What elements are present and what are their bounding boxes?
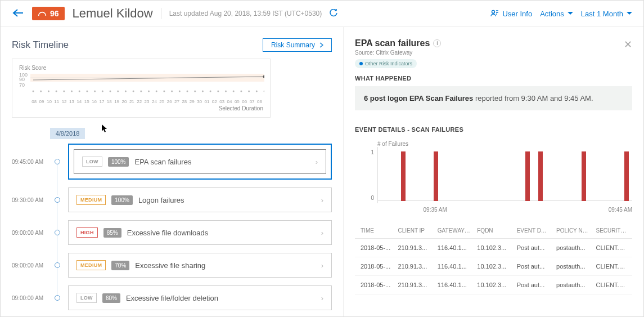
svg-point-32: [256, 91, 258, 92]
svg-point-19: [156, 91, 157, 92]
timeline-panel: Risk Timeline Risk Summary Risk Score 10…: [1, 27, 344, 316]
timeline-time: 09:45:00 AM: [12, 159, 51, 165]
table-cell: 210.91.3...: [394, 257, 434, 276]
actions-dropdown[interactable]: Actions: [540, 10, 573, 18]
table-row[interactable]: 2018-05-...210.91.3...116.40.1...10.102.…: [355, 239, 632, 257]
sparkline-card: Risk Score 100 90 70 0809101112131415161…: [12, 59, 271, 118]
table-header-cell[interactable]: GATEWAY IP: [434, 223, 474, 239]
what-happened-rest: reported from 9:30 AM and 9:45 AM.: [473, 94, 593, 102]
svg-point-3: [33, 91, 34, 92]
timeline-date-chip: 4/8/2018: [50, 128, 85, 139]
timeline-time: 09:00:00 AM: [12, 262, 51, 269]
spark-x-tick: 28: [181, 99, 188, 104]
chart-xtick-1: 09:45 AM: [609, 207, 632, 213]
chevron-right-icon: ›: [321, 229, 323, 237]
spark-x-axis: 0809101112131415161718192021222324252627…: [30, 99, 263, 104]
timeline-card-selected[interactable]: LOW 100% EPA scan failures ›: [68, 144, 332, 180]
table-cell: 10.102.3...: [474, 257, 513, 276]
svg-point-10: [86, 91, 88, 92]
back-icon[interactable]: [12, 8, 24, 19]
risk-tag-chip: Other Risk Indicators: [355, 59, 417, 68]
svg-point-31: [248, 91, 250, 92]
source-value: Citrix Gateway: [376, 50, 412, 56]
table-header-cell[interactable]: CLIENT IP: [394, 223, 434, 239]
range-label: Last 1 Month: [581, 10, 623, 18]
spark-x-tick: 02: [211, 99, 218, 104]
table-cell: 116.40.1...: [434, 239, 474, 257]
spark-x-tick: 30: [196, 99, 203, 104]
spark-x-tick: 11: [53, 99, 60, 104]
svg-point-18: [148, 91, 150, 92]
table-header-cell[interactable]: TIME: [355, 223, 394, 239]
table-cell: 2018-05-...: [355, 257, 394, 276]
svg-point-24: [194, 91, 196, 92]
timeline-dot: [55, 197, 60, 203]
svg-point-26: [210, 91, 211, 92]
timeline-dot: [55, 262, 60, 268]
table-cell: 210.91.3...: [394, 239, 434, 257]
table-cell: CLIENT.O...: [593, 239, 632, 257]
spark-x-tick: 08: [256, 99, 263, 104]
svg-point-17: [140, 91, 142, 92]
timeline-dot: [55, 159, 60, 164]
chart-bar: [624, 151, 629, 201]
table-header-cell[interactable]: POLICY NAME: [553, 223, 592, 239]
spark-x-tick: 21: [128, 99, 136, 104]
spark-x-tick: 18: [106, 99, 113, 104]
svg-point-27: [217, 91, 219, 92]
page-header: 96 Lemuel Kildow Last updated Aug 20, 20…: [1, 1, 643, 27]
risk-summary-button[interactable]: Risk Summary: [263, 38, 332, 52]
timeline-card[interactable]: MEDIUM 70% Excessive file sharing ›: [68, 253, 332, 278]
user-info-button[interactable]: User Info: [490, 9, 532, 18]
spark-footer: Selected Duration: [19, 105, 263, 111]
percent-badge: 70%: [111, 261, 129, 270]
severity-badge: HIGH: [76, 227, 98, 238]
spark-x-tick: 23: [143, 99, 150, 104]
sparkline-chart[interactable]: 100 90 70: [19, 71, 264, 99]
spark-y-2: 70: [19, 82, 25, 88]
chart-ytick-0: 1: [355, 149, 374, 155]
chevron-right-icon: ›: [321, 294, 323, 302]
table-row[interactable]: 2018-05-...210.91.3...116.40.1...10.102.…: [355, 276, 632, 294]
spark-x-tick: 29: [188, 99, 196, 104]
svg-point-7: [63, 91, 65, 92]
svg-point-4: [40, 91, 42, 92]
risk-score-badge: 96: [32, 7, 65, 20]
table-cell: postauth...: [553, 276, 592, 294]
timeline-row: 09:45:00 AM LOW 100% EPA scan failures ›: [12, 144, 332, 180]
table-cell: 116.40.1...: [434, 276, 474, 294]
what-happened-bold: 6 post logon EPA Scan Failures: [364, 94, 473, 102]
table-cell: 2018-05-...: [355, 239, 394, 257]
table-cell: postauth...: [553, 257, 592, 276]
svg-point-25: [202, 91, 204, 92]
user-card-icon: [490, 9, 499, 18]
timeline-card[interactable]: HIGH 85% Excessive file downloads ›: [68, 220, 332, 245]
spark-x-tick: 27: [173, 99, 181, 104]
table-header-cell[interactable]: FQDN: [474, 223, 513, 239]
table-header-cell[interactable]: SECURITY EXPR: [593, 223, 632, 239]
svg-point-11: [94, 91, 96, 92]
table-cell: 10.102.3...: [474, 239, 513, 257]
table-row[interactable]: 2018-05-...210.91.3...116.40.1...10.102.…: [355, 257, 632, 276]
table-header-cell[interactable]: EVENT DESCRI: [514, 223, 553, 239]
chart-xtick-0: 09:35 AM: [424, 207, 447, 213]
timeline-card[interactable]: LOW 60% Excessive file/folder deletion ›: [68, 285, 332, 310]
spark-x-tick: 03: [218, 99, 226, 104]
refresh-icon[interactable]: [330, 9, 337, 19]
spark-x-tick: 22: [136, 99, 143, 104]
chart-bar: [582, 151, 586, 201]
chart-ylabel: # of Failures: [377, 141, 632, 147]
timeline-item-title: Excessive file sharing: [135, 261, 315, 270]
timeline-title: Risk Timeline: [12, 39, 69, 51]
table-cell: Post aut...: [514, 257, 553, 276]
timeline-card[interactable]: MEDIUM 100% Logon failures ›: [68, 187, 332, 212]
svg-point-12: [102, 91, 103, 92]
spark-x-tick: 09: [38, 99, 45, 104]
table-cell: Post aut...: [514, 239, 553, 257]
app-root: 96 Lemuel Kildow Last updated Aug 20, 20…: [0, 0, 644, 317]
close-icon[interactable]: ✕: [624, 38, 632, 51]
spark-x-tick: 20: [120, 99, 128, 104]
table-cell: 10.102.3...: [474, 276, 513, 294]
range-dropdown[interactable]: Last 1 Month: [581, 10, 632, 18]
info-icon[interactable]: i: [433, 39, 441, 47]
